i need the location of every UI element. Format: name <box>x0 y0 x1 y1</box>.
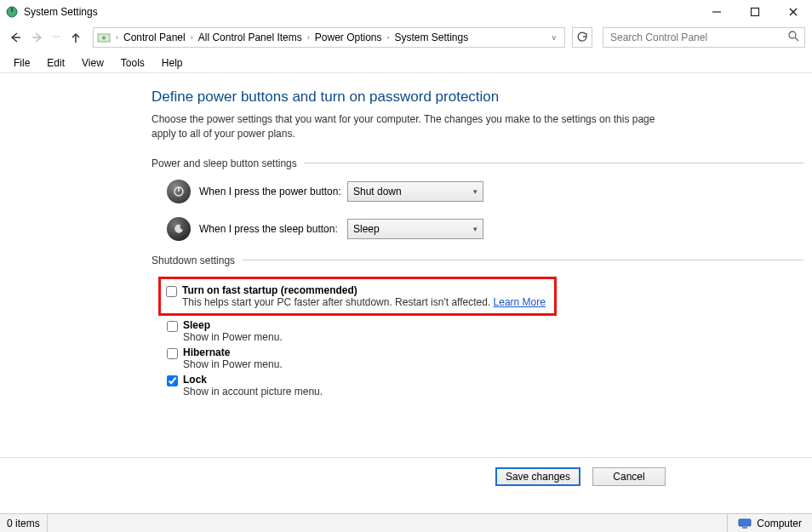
page-description: Choose the power settings that you want … <box>152 112 662 142</box>
menu-tools[interactable]: Tools <box>112 57 153 69</box>
hibernate-checkbox[interactable] <box>167 348 178 359</box>
save-changes-button[interactable]: Save changes <box>495 467 580 486</box>
lock-title: Lock <box>183 374 323 386</box>
section-header-buttons-label: Power and sleep button settings <box>152 157 297 169</box>
svg-point-11 <box>789 31 796 38</box>
address-bar[interactable]: › Control Panel › All Control Panel Item… <box>93 27 565 48</box>
svg-rect-16 <box>742 527 747 529</box>
sleep-button-label: When I press the sleep button: <box>199 223 347 235</box>
page-title: Define power buttons and turn on passwor… <box>152 89 803 106</box>
power-button-row: When I press the power button: Shut down… <box>152 180 803 203</box>
highlight-annotation: Turn on fast startup (recommended) This … <box>158 277 557 316</box>
svg-rect-3 <box>751 9 758 16</box>
menu-help[interactable]: Help <box>153 57 192 69</box>
app-icon <box>5 5 19 19</box>
navigation-row: ﹀ › Control Panel › All Control Panel It… <box>0 24 812 51</box>
sleep-icon <box>167 217 191 241</box>
up-button[interactable] <box>67 29 84 46</box>
sleep-title: Sleep <box>183 319 283 331</box>
svg-line-12 <box>795 37 798 41</box>
address-history-button[interactable]: v <box>547 33 562 42</box>
fast-startup-row: Turn on fast startup (recommended) This … <box>166 283 546 310</box>
breadcrumb-sep-icon[interactable]: › <box>385 33 391 42</box>
computer-icon <box>738 518 752 529</box>
status-bar: 0 items Computer <box>0 513 812 532</box>
power-button-label: When I press the power button: <box>199 186 347 197</box>
lock-row: Lock Show in account picture menu. <box>152 372 803 399</box>
menu-file[interactable]: File <box>5 57 38 69</box>
svg-rect-15 <box>739 519 751 526</box>
menu-edit[interactable]: Edit <box>38 57 73 69</box>
divider <box>242 260 803 260</box>
power-button-value: Shut down <box>353 186 402 197</box>
lock-desc: Show in account picture menu. <box>183 386 323 398</box>
fast-startup-desc: This helps start your PC faster after sh… <box>182 296 546 308</box>
forward-button[interactable] <box>29 29 46 46</box>
power-button-dropdown[interactable]: Shut down ▾ <box>347 181 483 202</box>
search-input[interactable] <box>609 31 788 44</box>
maximize-button[interactable] <box>735 0 774 24</box>
sleep-button-value: Sleep <box>353 223 380 235</box>
close-button[interactable] <box>774 0 812 24</box>
control-panel-icon <box>97 31 111 44</box>
divider <box>304 163 803 163</box>
breadcrumb-system-settings[interactable]: System Settings <box>391 31 472 43</box>
back-button[interactable] <box>7 29 24 46</box>
hibernate-row: Hibernate Show in Power menu. <box>152 345 803 372</box>
lock-checkbox[interactable] <box>167 375 178 386</box>
breadcrumb-sep-icon[interactable]: › <box>306 33 312 42</box>
learn-more-link[interactable]: Learn More <box>494 296 546 308</box>
breadcrumb-power-options[interactable]: Power Options <box>312 31 386 43</box>
recent-locations-button[interactable]: ﹀ <box>51 32 62 43</box>
breadcrumb-control-panel[interactable]: Control Panel <box>120 31 189 43</box>
search-box[interactable] <box>603 27 805 48</box>
hibernate-desc: Show in Power menu. <box>183 358 283 370</box>
hibernate-title: Hibernate <box>183 346 283 358</box>
refresh-button[interactable] <box>572 27 592 48</box>
sleep-checkbox[interactable] <box>167 321 178 332</box>
chevron-down-icon: ▾ <box>473 225 477 233</box>
search-icon[interactable] <box>788 31 799 44</box>
sleep-button-row: When I press the sleep button: Sleep ▾ <box>152 217 803 241</box>
fast-startup-title: Turn on fast startup (recommended) <box>182 284 546 296</box>
chevron-down-icon: ▾ <box>473 187 477 196</box>
section-header-shutdown-label: Shutdown settings <box>152 255 235 266</box>
fast-startup-checkbox[interactable] <box>166 286 177 297</box>
cancel-button[interactable]: Cancel <box>592 467 666 486</box>
sleep-desc: Show in Power menu. <box>183 331 283 343</box>
button-bar: Save changes Cancel <box>0 457 812 495</box>
sleep-button-dropdown[interactable]: Sleep ▾ <box>347 219 483 239</box>
sleep-row: Sleep Show in Power menu. <box>152 317 803 345</box>
section-header-buttons: Power and sleep button settings <box>152 157 803 169</box>
status-computer-label: Computer <box>757 518 802 529</box>
breadcrumb-sep-icon[interactable]: › <box>114 33 120 42</box>
power-icon <box>167 180 191 203</box>
section-header-shutdown: Shutdown settings <box>152 255 803 266</box>
svg-rect-1 <box>11 8 13 12</box>
minimize-button[interactable] <box>697 0 735 24</box>
breadcrumb-all-items[interactable]: All Control Panel Items <box>195 31 306 43</box>
menu-view[interactable]: View <box>73 57 112 69</box>
breadcrumb-sep-icon[interactable]: › <box>189 33 195 42</box>
menu-bar: File Edit View Tools Help <box>0 53 812 73</box>
status-items-count: 0 items <box>0 514 48 532</box>
titlebar: System Settings <box>0 0 812 24</box>
svg-point-10 <box>102 37 106 40</box>
window-title: System Settings <box>24 6 697 18</box>
status-computer[interactable]: Computer <box>728 518 812 529</box>
